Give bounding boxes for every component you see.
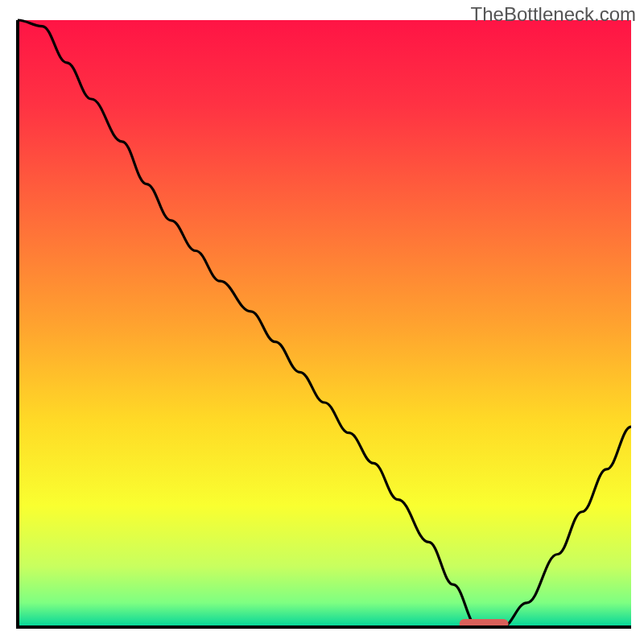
watermark-text: TheBottleneck.com bbox=[471, 3, 636, 26]
plot-gradient bbox=[18, 20, 631, 627]
bottleneck-chart: TheBottleneck.com bbox=[0, 0, 644, 644]
chart-svg bbox=[0, 0, 644, 644]
